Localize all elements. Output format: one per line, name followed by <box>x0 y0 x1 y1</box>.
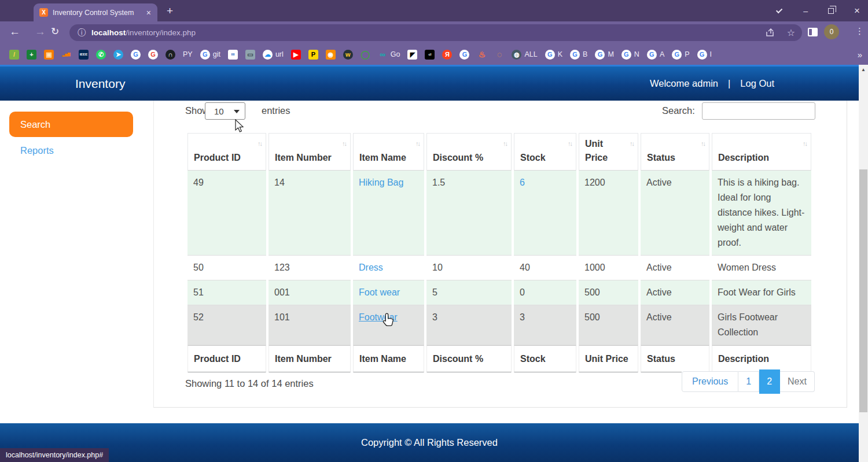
close-window-button[interactable]: × <box>854 6 860 16</box>
bookmark-godaddy[interactable]: ∞Go <box>378 50 400 60</box>
sidebar: CustomerSearchReports <box>0 65 153 423</box>
bookmark-green-ring[interactable]: ◯ <box>361 50 370 60</box>
page-next[interactable]: Next <box>780 371 815 392</box>
yandex-icon: Я <box>442 50 452 60</box>
bookmark-youtube[interactable]: ▶ <box>291 50 301 60</box>
cell-text: 1200 <box>584 178 605 187</box>
bookmarks-overflow-icon[interactable]: » <box>858 50 862 60</box>
bookmark-google-m[interactable]: GM <box>595 50 613 60</box>
bookmark-google-k[interactable]: GK <box>545 50 562 60</box>
browser-titlebar: X Inventory Control System × + – × <box>0 0 868 21</box>
whatsapp-icon: ✆ <box>96 50 106 60</box>
bookmark-p-yellow[interactable]: P <box>308 50 318 60</box>
cell-link[interactable]: Foot wear <box>359 287 400 297</box>
bookmark-ieee[interactable]: IEEE <box>79 50 89 60</box>
logout-link[interactable]: Log Out <box>740 78 774 89</box>
table-row: 4914Hiking Bag1.561200ActiveThis is a hi… <box>187 171 811 256</box>
cell-link[interactable]: 6 <box>520 178 525 187</box>
cell-text: 40 <box>520 263 530 272</box>
browser-menu-icon[interactable]: ⋮ <box>855 26 864 36</box>
tab-close-icon[interactable]: × <box>145 8 153 17</box>
google-1-icon: G <box>131 50 141 60</box>
cell-link[interactable]: Dress <box>359 263 383 272</box>
url-text: localhost/inventory/index.php <box>91 28 196 37</box>
profile-avatar[interactable]: 0 <box>824 24 839 39</box>
forward-button[interactable]: → <box>35 25 46 38</box>
share-icon[interactable] <box>766 28 775 37</box>
new-tab-button[interactable]: + <box>167 5 173 17</box>
bookmark-ads[interactable]: / <box>9 50 19 60</box>
cell-link[interactable]: Footwear <box>359 312 398 322</box>
header-label: Product ID <box>194 153 241 162</box>
bookmark-capture[interactable]: ▣ <box>44 50 54 60</box>
bookmark-barcode[interactable]: ‖‖ <box>228 50 238 60</box>
reload-button[interactable]: ↻ <box>51 25 59 38</box>
google-i-icon: G <box>697 50 707 60</box>
bookmark-cl[interactable]: cl <box>425 50 435 60</box>
cell-description: Women Dress <box>712 256 811 280</box>
page-previous[interactable]: Previous <box>682 371 738 392</box>
sidebar-item-search[interactable]: Search <box>9 112 133 137</box>
bookmark-google-a[interactable]: GA <box>647 50 664 60</box>
header-cell-item-number[interactable]: ↑↓Item Number <box>269 133 351 171</box>
bookmark-google-b[interactable]: GB <box>570 50 587 60</box>
bookmark-google-1[interactable]: G <box>131 50 141 60</box>
cell-link[interactable]: Hiking Bag <box>359 178 403 187</box>
bookmark-star-icon[interactable]: ☆ <box>787 27 795 38</box>
header-cell-item-name[interactable]: ↑↓Item Name <box>353 133 424 171</box>
side-panel-icon[interactable] <box>808 28 818 36</box>
address-bar[interactable]: ⓘ localhost/inventory/index.php ☆ <box>69 24 802 41</box>
tab-search-chevron-icon[interactable] <box>776 6 782 13</box>
back-button[interactable]: ← <box>9 25 20 38</box>
bookmark-google-i[interactable]: GI <box>697 50 712 60</box>
cell-item-name: Footwear <box>353 305 424 345</box>
bookmark-py[interactable]: PY <box>183 50 193 58</box>
minimize-button[interactable]: – <box>803 7 808 15</box>
footer-cell-product-id: Product ID <box>187 345 266 372</box>
browser-tab[interactable]: X Inventory Control System × <box>34 3 157 21</box>
bookmark-google-git[interactable]: Ggit <box>200 50 220 60</box>
barcode-icon: ‖‖ <box>228 50 238 60</box>
sidebar-item-reports[interactable]: Reports <box>20 145 54 156</box>
bookmark-camera[interactable]: ◉ <box>326 50 336 60</box>
bookmark-whatsapp[interactable]: ✆ <box>96 50 106 60</box>
bookmark-sheets[interactable]: + <box>27 50 36 60</box>
restore-window-button[interactable] <box>828 8 834 14</box>
search-input[interactable] <box>702 102 815 120</box>
bookmark-cart-dark[interactable]: w <box>343 50 353 60</box>
bookmark-analytics[interactable]: ▂▅▇ <box>61 50 71 60</box>
header-cell-stock[interactable]: ↑↓Stock <box>514 133 576 171</box>
bookmark-cloud-url[interactable]: ☁url <box>263 50 284 60</box>
header-cell-discount[interactable]: ↑↓Discount % <box>426 133 512 171</box>
bookmark-bird-doc[interactable]: ◤ <box>407 50 417 60</box>
cell-text: 123 <box>274 263 290 272</box>
bookmark-torch[interactable]: ♨ <box>477 50 487 60</box>
google-b-icon: G <box>570 50 580 60</box>
page-size-select[interactable]: 10 <box>205 102 245 120</box>
footer-cell-item-name: Item Name <box>353 345 424 372</box>
bookmark-google-3[interactable]: G <box>459 50 469 60</box>
bookmark-yandex[interactable]: Я <box>442 50 452 60</box>
bookmark-google-p[interactable]: GP <box>672 50 689 60</box>
header-cell-status[interactable]: ↑↓Status <box>641 133 709 171</box>
page-2[interactable]: 2 <box>759 369 780 394</box>
page-1[interactable]: 1 <box>738 371 759 392</box>
scrollbar-up-icon[interactable]: ▲ <box>859 67 868 72</box>
bookmark-briefcase[interactable]: ▭ <box>245 50 255 60</box>
scrollbar-thumb[interactable] <box>859 169 867 412</box>
cell-item-name: Hiking Bag <box>353 171 424 256</box>
bookmark-label: Go <box>391 50 400 58</box>
bookmark-dots[interactable]: ◌ <box>494 50 504 60</box>
cell-text: Active <box>646 287 672 297</box>
header-cell-unit-price[interactable]: ↑↓Unit Price <box>579 133 638 171</box>
bookmark-google-n[interactable]: GN <box>621 50 639 60</box>
site-info-icon[interactable]: ⓘ <box>78 28 86 38</box>
bookmark-telegram[interactable]: ➤ <box>113 50 123 60</box>
bookmark-google-2[interactable]: G <box>148 50 158 60</box>
page-scrollbar[interactable]: ▲ <box>859 65 868 462</box>
bookmark-github[interactable]: ∩ <box>165 50 175 60</box>
google-3-icon: G <box>459 50 469 60</box>
header-cell-product-id[interactable]: ↑↓Product ID <box>187 133 266 171</box>
bookmark-globe-all[interactable]: ◍ALL <box>512 50 537 60</box>
header-cell-description[interactable]: ↑↓Description <box>712 133 811 171</box>
